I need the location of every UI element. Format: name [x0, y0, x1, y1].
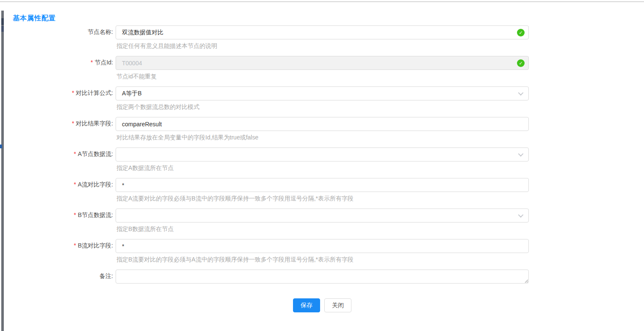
node-name-label: 节点名称: [0, 25, 113, 36]
valid-check-icon: ✓ [517, 59, 525, 67]
required-marker: * [72, 89, 74, 96]
required-marker: * [74, 181, 76, 188]
compare-formula-helper: 指定两个数据流总数的对比模式 [116, 103, 529, 111]
compare-result-input[interactable] [116, 117, 529, 131]
required-marker: * [72, 120, 74, 127]
required-marker: * [74, 150, 76, 157]
form-item-node-id: *节点Id: ✓ 节点id不能重复 [0, 56, 644, 80]
form-item-stream-b-node: *B节点数据流: 指定B数据流所在节点 [0, 209, 644, 233]
left-strip-segment [1, 18, 4, 25]
form-item-node-name: 节点名称: ✓ 指定任何有意义且能描述本节点的说明 [0, 25, 644, 50]
stream-a-node-label: *A节点数据流: [0, 147, 113, 158]
remarks-label: 备注: [0, 270, 113, 280]
remarks-textarea[interactable] [116, 270, 529, 284]
compare-result-helper: 对比结果存放在全局变量中的字段Id,结果为true或false [116, 134, 529, 141]
form-actions: 保存 关闭 [116, 298, 529, 312]
basic-properties-form: 节点名称: ✓ 指定任何有意义且能描述本节点的说明 *节点Id: ✓ 节点id不… [0, 25, 644, 312]
node-name-input[interactable] [116, 25, 529, 39]
form-item-stream-a-fields: *A流对比字段: 指定A流要对比的字段必须与B流中的字段顺序保持一致多个字段用逗… [0, 178, 644, 202]
form-item-compare-formula: *对比计算公式: A等于B 指定两个数据流总数的对比模式 [0, 86, 644, 111]
compare-formula-select[interactable]: A等于B [116, 86, 529, 100]
close-button[interactable]: 关闭 [324, 298, 351, 312]
node-id-helper: 节点id不能重复 [116, 73, 529, 80]
required-marker: * [74, 211, 76, 218]
stream-a-node-helper: 指定A数据流所在节点 [116, 164, 529, 172]
node-id-input [116, 56, 529, 70]
node-id-label: *节点Id: [0, 56, 113, 67]
page-title: 基本属性配置 [13, 14, 56, 23]
stream-b-node-helper: 指定B数据流所在节点 [116, 225, 529, 233]
stream-a-node-select[interactable] [116, 147, 529, 161]
form-item-remarks: 备注: [0, 270, 644, 284]
required-marker: * [74, 242, 76, 249]
page-top-border [0, 1, 644, 2]
stream-a-fields-label: *A流对比字段: [0, 178, 113, 189]
compare-formula-label: *对比计算公式: [0, 86, 113, 97]
form-item-stream-a-node: *A节点数据流: 指定A数据流所在节点 [0, 147, 644, 172]
form-item-stream-b-fields: *B流对比字段: 指定B流要对比的字段必须与A流中的字段顺序保持一致多个字段用逗… [0, 239, 644, 263]
stream-b-fields-label: *B流对比字段: [0, 239, 113, 250]
valid-check-icon: ✓ [517, 29, 525, 36]
stream-b-fields-helper: 指定B流要对比的字段必须与A流中的字段顺序保持一致多个字段用逗号分隔,*表示所有… [116, 256, 529, 263]
node-name-helper: 指定任何有意义且能描述本节点的说明 [116, 42, 529, 50]
stream-a-fields-helper: 指定A流要对比的字段必须与B流中的字段顺序保持一致多个字段用逗号分隔,*表示所有… [116, 195, 529, 202]
required-marker: * [91, 59, 93, 66]
save-button[interactable]: 保存 [293, 298, 320, 312]
stream-b-node-select[interactable] [116, 209, 529, 223]
stream-a-fields-input[interactable] [116, 178, 529, 192]
compare-result-label: *对比结果字段: [0, 117, 113, 128]
stream-b-fields-input[interactable] [116, 239, 529, 253]
stream-b-node-label: *B节点数据流: [0, 209, 113, 219]
form-item-compare-result-field: *对比结果字段: 对比结果存放在全局变量中的字段Id,结果为true或false [0, 117, 644, 141]
